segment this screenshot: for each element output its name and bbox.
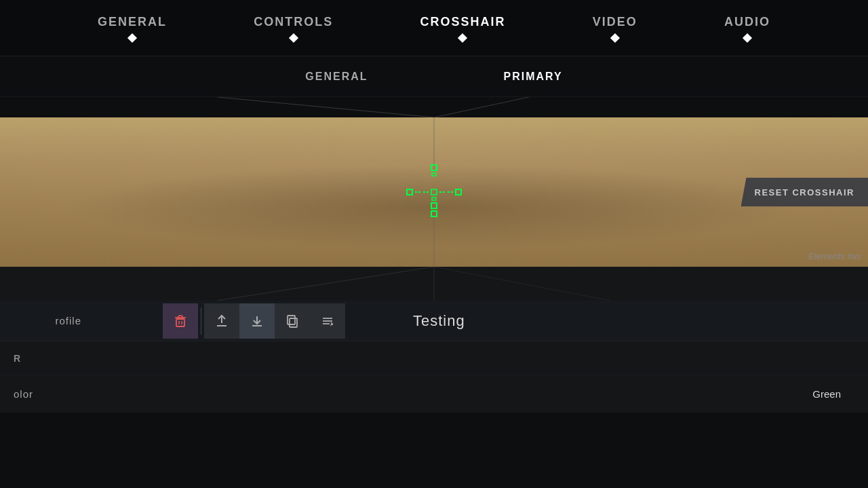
trash-icon [173, 314, 188, 329]
nav-diamond-controls [289, 33, 298, 42]
svg-rect-12 [456, 189, 461, 195]
sub-navigation: GENERAL PRIMARY [0, 56, 868, 97]
svg-rect-13 [432, 198, 436, 200]
profile-buttons-group [163, 303, 345, 339]
upload-icon [214, 314, 229, 329]
color-row: olor Green [0, 375, 868, 413]
profile-label-text: rofile [14, 315, 81, 326]
subnav-section: GENERAL PRIMARY [0, 56, 868, 117]
bottom-connection [0, 267, 868, 301]
nav-items-container: GENERAL CONTROLS CROSSHAIR VIDEO AUDIO [0, 15, 868, 41]
color-setting-label: olor [14, 388, 33, 400]
svg-rect-9 [431, 189, 437, 195]
list-edit-icon [320, 314, 335, 329]
nav-diamond-audio [743, 33, 752, 42]
settings-section-label: R [14, 353, 21, 364]
copy-profile-button[interactable] [275, 303, 310, 339]
elements-missing-text: Elements mis [808, 251, 861, 261]
subnav-item-general[interactable]: GENERAL [305, 71, 368, 83]
svg-rect-14 [431, 203, 437, 208]
svg-line-0 [217, 97, 434, 117]
nav-diamond-general [127, 33, 137, 42]
svg-line-16 [217, 267, 434, 301]
crosshair-display [393, 151, 475, 233]
settings-row: R [0, 341, 868, 375]
svg-rect-6 [407, 189, 412, 195]
svg-rect-19 [176, 319, 184, 326]
reset-crosshair-button[interactable]: RESET CROSSHAIR [741, 178, 868, 207]
bottom-connection-lines [0, 267, 868, 301]
svg-rect-5 [432, 173, 436, 176]
nav-item-controls[interactable]: CONTROLS [254, 15, 333, 41]
svg-rect-15 [431, 211, 437, 217]
export-profile-button[interactable] [204, 303, 239, 339]
svg-rect-30 [290, 318, 297, 327]
svg-rect-4 [431, 165, 437, 170]
svg-line-18 [434, 267, 610, 301]
profile-name-value: Testing [413, 312, 465, 330]
nav-item-general[interactable]: GENERAL [98, 15, 167, 41]
nav-diamond-video [610, 33, 620, 42]
list-profile-button[interactable] [310, 303, 345, 339]
import-profile-button[interactable] [239, 303, 275, 339]
download-icon [250, 314, 264, 329]
nav-diamond-crosshair [458, 33, 467, 42]
top-navigation: GENERAL CONTROLS CROSSHAIR VIDEO AUDIO [0, 0, 868, 56]
nav-item-video[interactable]: VIDEO [593, 15, 637, 41]
delete-profile-button[interactable] [163, 303, 198, 339]
profile-row: rofile [0, 301, 868, 341]
button-separator-1 [201, 307, 201, 335]
svg-line-1 [434, 97, 529, 117]
subnav-item-primary[interactable]: PRIMARY [504, 71, 563, 83]
color-setting-value: Green [812, 388, 841, 400]
nav-item-crosshair[interactable]: CROSSHAIR [420, 15, 505, 41]
nav-item-audio[interactable]: AUDIO [724, 15, 770, 41]
copy-icon [285, 314, 300, 329]
crosshair-preview-area: RESET CROSSHAIR Elements mis [0, 117, 868, 267]
svg-rect-31 [288, 316, 295, 324]
